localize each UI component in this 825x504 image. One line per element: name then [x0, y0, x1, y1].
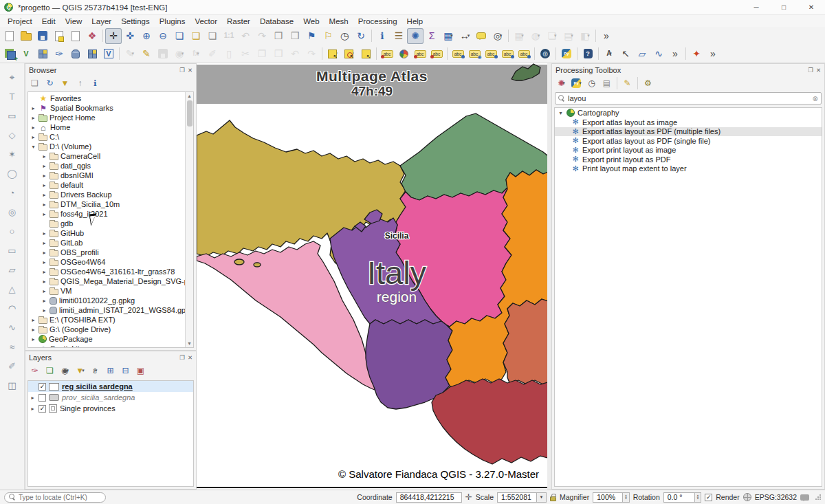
browser-item[interactable]: ▸dati_qgis	[28, 161, 193, 171]
algorithm-item[interactable]: ✻Export atlas layout as PDF (multiple fi…	[555, 127, 822, 137]
zoom-to-layer-icon[interactable]: ❏	[204, 28, 221, 44]
scale-lock-icon[interactable]	[550, 496, 556, 501]
browser-item[interactable]: ▸GitHub	[28, 228, 193, 238]
algorithm-item[interactable]: ✻Export print layout as image	[555, 146, 822, 155]
close-panel-icon[interactable]: ✕	[816, 67, 821, 74]
menu-view[interactable]: View	[60, 17, 87, 26]
auto-labeling-icon[interactable]: A▾	[601, 46, 617, 62]
ellipse-tool-icon[interactable]: ○	[4, 224, 21, 239]
collapse-arrow-icon[interactable]: ▾	[558, 110, 564, 116]
edit-features-in-place-icon[interactable]: ✎	[620, 76, 635, 89]
stream-digitizing-icon[interactable]: ≈	[4, 340, 21, 354]
browser-item[interactable]: ▸GitLab	[28, 238, 193, 248]
expand-arrow-icon[interactable]: ▸	[41, 307, 47, 314]
filter-browser-icon[interactable]: ▼	[58, 76, 72, 89]
expand-arrow-icon[interactable]: ▸	[41, 211, 47, 217]
expand-arrow-icon[interactable]: ▸	[30, 406, 36, 412]
expand-arrow-icon[interactable]: ▸	[30, 134, 36, 140]
pan-map-icon[interactable]: ✛	[105, 28, 122, 44]
add-line-annotation-icon[interactable]: ∿	[650, 46, 667, 62]
algorithm-item[interactable]: ✻Export atlas layout as PDF (single file…	[555, 136, 822, 146]
browser-item[interactable]: ▸C:\	[28, 132, 193, 142]
pin-unpin-labels-icon[interactable]	[499, 46, 516, 62]
expand-arrow-icon[interactable]: ▸	[41, 278, 47, 285]
new-3d-map-view-icon[interactable]: ❒	[287, 28, 303, 44]
expand-arrow-icon[interactable]: ▸	[30, 105, 36, 111]
identify-features-icon[interactable]: ℹ	[374, 28, 390, 44]
clear-search-icon[interactable]: ⊗	[813, 95, 818, 102]
scale-value[interactable]: 1:552081	[497, 492, 537, 503]
render-checkbox[interactable]: ✓	[705, 494, 712, 501]
minimize-button-icon[interactable]: ─	[742, 0, 770, 14]
float-panel-icon[interactable]: ❐	[179, 67, 185, 74]
processing-options-icon[interactable]: ⚙	[641, 76, 655, 89]
algorithm-item[interactable]: ✻Export print layout as PDF	[555, 155, 822, 164]
filter-legend-icon[interactable]: ▼▾	[73, 364, 87, 377]
layer-visibility-checkbox[interactable]: ✓	[38, 383, 46, 391]
menu-plugins[interactable]: Plugins	[155, 17, 190, 26]
open-attribute-table-icon[interactable]: ▦▾	[440, 28, 456, 44]
algorithm-item[interactable]: ✻Print layout map extent to layer	[555, 164, 822, 174]
expand-arrow-icon[interactable]: ▸	[30, 327, 36, 333]
rectangle-2points-icon[interactable]: ▭	[4, 243, 21, 258]
scroll-down-icon[interactable]: ▼	[187, 340, 192, 347]
python-scripts-icon[interactable]: Py▾	[569, 76, 584, 89]
layer-visibility-checkbox[interactable]: ✓	[38, 405, 46, 413]
refresh-map-icon[interactable]: ↻	[353, 28, 369, 44]
collapse-all-icon[interactable]: ↑	[73, 76, 87, 89]
toolbar-extension-2-icon[interactable]: »	[667, 46, 683, 62]
labeling-options-icon[interactable]	[412, 46, 428, 62]
processing-search-input[interactable]	[568, 94, 810, 102]
expand-arrow-icon[interactable]: ▸	[41, 182, 47, 188]
close-panel-icon[interactable]: ✕	[188, 354, 192, 361]
processing-search-box[interactable]: ⊗	[555, 92, 822, 105]
expand-all-icon[interactable]: ⊞	[103, 364, 118, 377]
browser-item[interactable]: ▸Drivers Backup	[28, 190, 193, 199]
zoom-in-icon[interactable]: ⊕	[138, 28, 155, 44]
new-map-view-icon[interactable]: ❐	[270, 28, 287, 44]
save-project-icon[interactable]	[34, 28, 51, 44]
change-label-icon[interactable]	[516, 46, 532, 62]
text-annotation-icon[interactable]: T	[4, 89, 21, 104]
processing-toolbox-icon[interactable]: ✺	[407, 28, 424, 44]
close-panel-icon[interactable]: ✕	[188, 67, 192, 74]
scroll-up-icon[interactable]: ▲	[187, 92, 192, 100]
expand-arrow-icon[interactable]: ▸	[30, 124, 36, 131]
expand-arrow-icon[interactable]: ▸	[41, 269, 47, 275]
layer-item[interactable]: ✓reg sicilia sardegna	[28, 381, 193, 392]
new-print-layout-icon[interactable]	[51, 28, 67, 44]
expand-arrow-icon[interactable]: ▸	[41, 230, 47, 237]
menu-raster[interactable]: Raster	[222, 17, 255, 26]
circle-3points-icon[interactable]: ◔	[4, 186, 21, 200]
add-selected-layers-icon[interactable]: ❏	[28, 76, 42, 89]
expand-arrow-icon[interactable]: ▸	[41, 240, 47, 246]
curve-tool-icon[interactable]: ∿	[4, 320, 21, 335]
menu-web[interactable]: Web	[298, 17, 324, 26]
label-red-icon[interactable]	[428, 46, 445, 62]
zoom-full-extent-icon[interactable]: ❏	[171, 28, 188, 44]
magnifier-spinner[interactable]: ▲▼	[623, 492, 629, 503]
browser-item[interactable]: SpatiaLite	[28, 344, 193, 348]
menu-layer[interactable]: Layer	[87, 17, 116, 26]
svg-annotation-icon[interactable]: ✶	[4, 147, 21, 162]
form-annotation-icon[interactable]: ▭	[4, 109, 21, 123]
messages-icon[interactable]	[800, 494, 809, 501]
add-wms-layer-icon[interactable]: V	[100, 46, 117, 62]
browser-item[interactable]: ▸E:\ (TOSHIBA EXT)	[28, 315, 193, 325]
show-hide-labels-icon[interactable]	[466, 46, 483, 62]
select-annotation-icon[interactable]: ⌖	[4, 70, 21, 85]
scrollbar-thumb[interactable]	[187, 100, 192, 127]
metasearch-icon[interactable]: ⊕	[537, 46, 553, 62]
browser-item[interactable]: gdb	[28, 219, 193, 228]
html-annotation-icon[interactable]: ◇	[4, 128, 21, 142]
rotate-label-icon[interactable]	[483, 46, 499, 62]
browser-item[interactable]: ▸OSGeo4W64_316161-ltr_grass78	[28, 267, 193, 276]
browser-item[interactable]: ▸default	[28, 180, 193, 190]
map-tips-icon[interactable]	[473, 28, 490, 44]
remove-layer-icon[interactable]: ▣	[133, 364, 148, 377]
expand-arrow-icon[interactable]: ▸	[41, 298, 47, 304]
highlight-labels-icon[interactable]	[450, 46, 466, 62]
toolbar-extension-3-icon[interactable]: »	[705, 46, 721, 62]
add-spatialite-layer-icon[interactable]	[67, 46, 84, 62]
python-console-icon[interactable]: Py	[558, 46, 575, 62]
